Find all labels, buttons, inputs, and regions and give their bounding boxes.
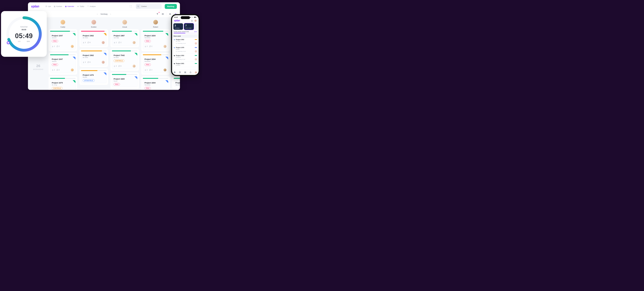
phone-task-item[interactable]: Project 1831Embsen — [172, 62, 198, 67]
phone-logo: vplan — [174, 19, 180, 22]
phone-task-item[interactable]: Project 1476MulderMaandag 24 juli — [172, 46, 198, 54]
avatar[interactable] — [153, 20, 158, 25]
tab-timer[interactable] — [189, 71, 192, 74]
attachments-count: 2 — [144, 69, 148, 71]
nav-timeline[interactable]: ⇉ Tijdlijn — [77, 6, 84, 7]
prev-day-button[interactable]: ‹ — [97, 13, 98, 15]
card-title: Project 1476 — [83, 74, 105, 76]
stat-more[interactable] — [195, 23, 197, 30]
nav-analyse[interactable]: ⇡ Analyse — [87, 6, 96, 7]
avatar[interactable] — [122, 20, 127, 25]
phone-task-item[interactable]: Project 1552MeulmanDinsdag 25 juli — [172, 54, 198, 62]
assignee-avatar[interactable] — [163, 45, 167, 48]
nav-label: Lijst — [48, 6, 51, 7]
task-card[interactable]: Project 1562de Vries36 — [81, 53, 106, 65]
day-segment: Project 1047JanzenPRIO22 — [48, 29, 77, 51]
card-subtitle: Hendriks — [144, 37, 167, 38]
card-corner-icon — [166, 33, 168, 36]
tab-grid[interactable] — [184, 71, 186, 74]
phone-stat-pills: 2 Vandaag 7 Deze week — [172, 22, 198, 30]
chat-icon — [56, 46, 58, 47]
search-input[interactable] — [141, 6, 159, 7]
tab-calendar[interactable] — [179, 71, 181, 74]
task-card[interactable]: Project 1834HendriksPRIO22 — [143, 56, 168, 73]
calendar-icon: ▦ — [65, 6, 67, 7]
today-label[interactable]: Vandaag — [100, 13, 108, 15]
chat-icon — [118, 65, 120, 67]
day-segment: Project 1834HendriksPRIO22 — [141, 53, 170, 75]
item-subtitle: Mulder — [176, 48, 197, 50]
segment-progress — [174, 78, 180, 79]
assignee-avatar[interactable] — [132, 64, 136, 68]
main-nav: ☰ Lijst ▥ Kanban ▦ Kalender ⇉ Tijdlijn ⇡… — [45, 6, 96, 7]
fullscreen-button[interactable]: ⛶ — [129, 4, 133, 8]
timer-widget: Geschat 08:00 05:49 UU MM — [1, 11, 47, 57]
task-card[interactable]: Project 7542de BoerCONTROLE36 — [112, 53, 138, 69]
task-card[interactable]: Project 1987van Dijk22 — [112, 33, 138, 46]
phone-task-item[interactable]: Project 1562de VriesMaandag 24 juli — [172, 38, 198, 46]
card-subtitle: de Jong — [52, 84, 74, 86]
avatar[interactable] — [194, 19, 197, 22]
bell-icon[interactable] — [191, 20, 193, 22]
phone-tabbar — [172, 70, 198, 75]
avatar[interactable] — [91, 20, 96, 25]
nav-calendar[interactable]: ▦ Kalender — [65, 6, 74, 7]
timeline-icon: ⇉ — [77, 6, 79, 7]
day-segment: Project 1987van Dijk22 — [110, 29, 139, 48]
day-label: 26 WOENSDAG — [28, 64, 48, 70]
nav-label: Kanban — [56, 6, 62, 7]
card-footer: 22 — [144, 68, 167, 72]
extensions-button[interactable] — [168, 12, 172, 16]
status-chip-icon — [195, 55, 197, 56]
assignee-avatar[interactable] — [70, 45, 74, 48]
task-card[interactable]: Project 1562de Vries36 — [81, 33, 106, 46]
svg-rect-8 — [190, 17, 190, 18]
phone-notch-icon — [181, 16, 190, 19]
avatar[interactable] — [60, 20, 66, 25]
comments-count: 6 — [118, 65, 122, 67]
nav-list[interactable]: ☰ Lijst — [45, 6, 51, 7]
item-date: Maandag 24 juli — [176, 50, 197, 52]
assignee-avatar[interactable] — [132, 41, 136, 44]
task-card[interactable]: Project 4829Jacobs — [174, 80, 180, 87]
task-card[interactable]: Project 1834HendriksPRIO — [143, 80, 168, 90]
stat-week[interactable]: 7 Deze week — [184, 23, 194, 30]
task-card[interactable]: Project 1476MulderUITGESTELD — [81, 72, 106, 83]
card-corner-icon — [73, 57, 76, 60]
svg-point-2 — [162, 14, 163, 14]
task-card[interactable]: Project 1047JanzenPRIO22 — [50, 56, 76, 73]
tab-globe[interactable] — [174, 71, 176, 74]
assignee-avatar[interactable] — [70, 68, 74, 72]
stat-label: Deze week — [185, 27, 192, 29]
card-subtitle: Janzen — [52, 60, 74, 62]
task-card[interactable]: Project 1675de JongCONTROLE — [50, 80, 76, 90]
svg-point-0 — [138, 6, 138, 7]
next-day-button[interactable]: › — [110, 13, 111, 15]
card-footer: 22 — [52, 68, 74, 72]
item-title: Project 1476 — [176, 47, 184, 48]
task-card[interactable]: Project 1834HendriksPRIO22 — [143, 33, 168, 50]
date-nav-bar: ‹ Vandaag › — [28, 10, 180, 18]
assignee-avatar[interactable] — [102, 60, 105, 64]
visibility-button[interactable] — [161, 12, 164, 16]
comments-count: 2 — [149, 69, 152, 71]
assignee-avatar[interactable] — [163, 68, 167, 72]
backlog-button[interactable]: Backlog — [165, 4, 177, 9]
comments-count: 2 — [149, 46, 152, 47]
search-box[interactable] — [136, 4, 162, 9]
item-title: Project 1831 — [176, 63, 184, 64]
board-column: EvelienProject 1562de Vries36Project 156… — [80, 19, 108, 90]
stat-today[interactable]: 2 Vandaag — [173, 23, 183, 30]
day-segment: Project 1476MulderUITGESTELD — [80, 69, 108, 85]
card-tag: CONTROLE — [114, 60, 124, 62]
nav-kanban[interactable]: ▥ Kanban — [54, 6, 62, 7]
comments-count: 2 — [118, 42, 122, 44]
phone-mock: 10:42 vplan — [171, 14, 200, 76]
assignee-avatar[interactable] — [102, 41, 105, 44]
task-card[interactable]: Project 1820GrootPRIO — [112, 76, 138, 87]
filter-button[interactable] — [156, 12, 159, 16]
card-footer: 36 — [114, 64, 136, 68]
task-card[interactable]: Project 1047JanzenPRIO22 — [50, 33, 76, 50]
tab-profile[interactable] — [194, 71, 197, 74]
card-title: Project 1834 — [144, 35, 167, 37]
